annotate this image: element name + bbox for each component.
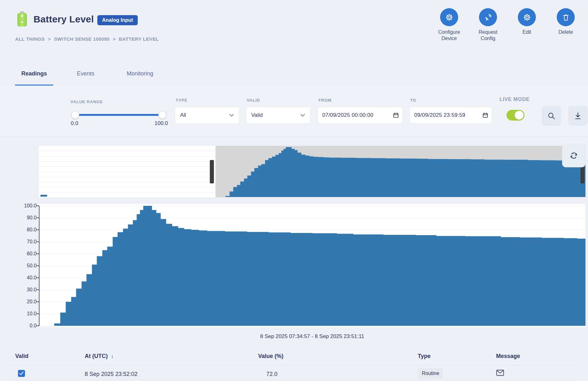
y-axis-tick <box>37 253 39 254</box>
y-axis-tick <box>37 277 39 278</box>
check-icon <box>19 372 24 375</box>
request-config-button[interactable]: Request Config <box>469 8 507 42</box>
breadcrumb-separator: > <box>48 36 51 42</box>
edit-button[interactable]: Edit <box>507 8 546 42</box>
row-at-utc: 8 Sep 2025 23:52:02 <box>85 371 137 378</box>
to-label: TO <box>410 98 416 103</box>
y-axis-tick <box>37 289 39 290</box>
sort-descending-icon: ↓ <box>111 353 114 359</box>
row-valid-checkbox[interactable] <box>18 370 25 377</box>
to-datetime-input[interactable]: 09/09/2025 23:59:59 <box>409 107 492 124</box>
analog-input-badge: Analog Input <box>97 15 138 25</box>
breadcrumb-current: BATTERY LEVEL <box>119 36 159 42</box>
y-axis-label: 40.0 <box>9 275 37 281</box>
y-axis-tick <box>37 313 39 314</box>
search-icon <box>547 112 555 120</box>
value-range-max-value: 100.0 <box>155 120 168 127</box>
overview-chart <box>39 146 585 197</box>
chevron-down-icon <box>229 114 234 117</box>
y-axis-tick <box>37 301 39 302</box>
download-button[interactable] <box>568 106 588 126</box>
y-axis-tick <box>37 217 39 218</box>
y-axis-tick <box>37 205 39 206</box>
calendar-icon[interactable] <box>482 112 488 118</box>
page: { "header": { "title": "Battery Level", … <box>0 0 588 381</box>
overview-area-series <box>215 147 585 197</box>
toggle-knob <box>515 111 524 120</box>
action-label: Request Config <box>473 29 503 42</box>
y-axis-label: 100.0 <box>9 203 37 209</box>
satellite-icon <box>484 13 493 22</box>
y-axis-label: 70.0 <box>9 239 37 245</box>
col-header-value[interactable]: Value (%) <box>258 353 283 360</box>
gridline <box>39 326 585 326</box>
live-mode-toggle[interactable] <box>506 110 524 121</box>
row-type-badge: Routine <box>418 368 443 379</box>
y-axis-label: 60.0 <box>9 251 37 257</box>
header-actions: Configure Device Request Config Edit Del… <box>430 8 585 42</box>
search-button[interactable] <box>542 106 561 126</box>
action-label: Configure Device <box>434 29 464 42</box>
col-header-at-utc-text: At (UTC) <box>85 353 108 359</box>
y-axis-label: 80.0 <box>9 227 37 233</box>
tab-bar: Readings Events Monitoring <box>0 67 588 86</box>
calendar-icon[interactable] <box>393 112 399 118</box>
from-label: FROM <box>318 98 331 103</box>
valid-select-value: Valid <box>251 112 300 118</box>
chevron-down-icon <box>300 114 305 117</box>
col-header-valid[interactable]: Valid <box>15 353 28 360</box>
battery-level-area-series <box>39 206 585 326</box>
type-select-value: All <box>180 112 229 118</box>
refresh-icon <box>569 151 579 160</box>
configure-device-button[interactable]: Configure Device <box>430 8 469 42</box>
value-range-slider-track[interactable] <box>75 114 162 116</box>
col-header-message[interactable]: Message <box>496 353 520 360</box>
value-range-min-handle[interactable] <box>71 111 79 119</box>
action-label: Edit <box>512 29 542 35</box>
from-datetime-value: 07/09/2025 00:00:00 <box>322 112 393 118</box>
table-divider <box>11 380 577 380</box>
gear-icon <box>523 13 531 22</box>
y-axis-tick <box>37 241 39 242</box>
envelope-icon <box>496 369 504 376</box>
type-label: TYPE <box>176 98 187 103</box>
overview-early-datapoint <box>40 195 47 197</box>
refresh-button[interactable] <box>562 144 585 167</box>
chart-time-range-caption: 8 Sep 2025 07:34:57 - 8 Sep 2025 23:51:1… <box>39 333 585 340</box>
breadcrumb-device[interactable]: SWITCH SENSE 100095 <box>54 36 110 42</box>
breadcrumb-separator: > <box>113 36 116 42</box>
page-title: Battery Level <box>33 14 94 25</box>
value-range-max-handle[interactable] <box>158 111 167 119</box>
valid-select[interactable]: Valid <box>246 107 311 124</box>
row-value: 72.0 <box>266 371 277 378</box>
y-axis-label: 30.0 <box>9 287 37 293</box>
valid-label: VALID <box>247 98 260 103</box>
row-message-button[interactable] <box>496 369 504 378</box>
to-datetime-value: 09/09/2025 23:59:59 <box>414 112 482 118</box>
battery-icon <box>16 11 28 27</box>
live-mode-label: LIVE MODE <box>500 97 530 102</box>
action-label: Delete <box>551 29 581 35</box>
delete-button[interactable]: Delete <box>546 8 585 42</box>
y-axis-label: 50.0 <box>9 263 37 269</box>
tab-monitoring[interactable]: Monitoring <box>120 70 160 77</box>
y-axis-label: 10.0 <box>9 311 37 317</box>
gear-icon <box>445 13 454 22</box>
value-range-min-value: 0.0 <box>71 120 78 127</box>
col-header-type[interactable]: Type <box>418 353 431 360</box>
table-divider <box>11 365 577 366</box>
type-select[interactable]: All <box>175 107 239 124</box>
y-axis-tick <box>37 265 39 266</box>
y-axis-tick <box>37 325 39 326</box>
y-axis-tick <box>37 229 39 230</box>
breadcrumb-all-things[interactable]: ALL THINGS <box>15 36 45 42</box>
col-header-at-utc[interactable]: At (UTC)↓ <box>85 353 113 360</box>
brush-handle-left[interactable] <box>210 160 214 183</box>
y-axis-label: 90.0 <box>9 215 37 221</box>
trash-icon <box>562 13 570 21</box>
tab-events[interactable]: Events <box>71 70 100 77</box>
download-icon <box>574 112 582 120</box>
breadcrumb: ALL THINGS>SWITCH SENSE 100095>BATTERY L… <box>15 36 162 42</box>
from-datetime-input[interactable]: 07/09/2025 00:00:00 <box>318 107 403 124</box>
tab-readings[interactable]: Readings <box>15 70 53 77</box>
